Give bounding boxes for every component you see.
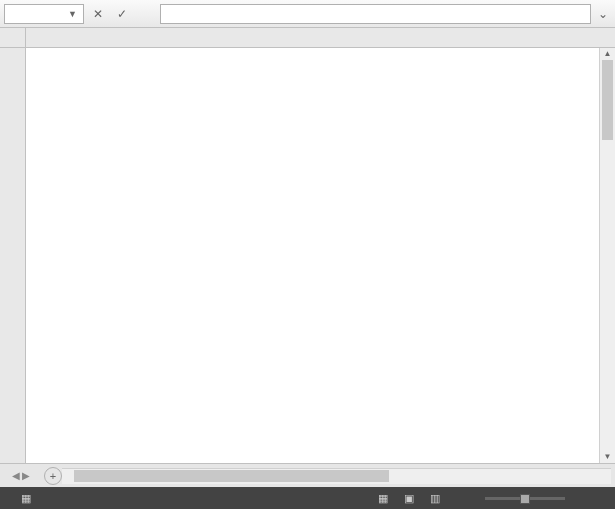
cancel-formula-icon[interactable]: ✕: [88, 4, 108, 24]
accept-formula-icon[interactable]: ✓: [112, 4, 132, 24]
expand-formula-icon[interactable]: ⌄: [595, 7, 611, 21]
formula-input[interactable]: [160, 4, 591, 24]
zoom-slider[interactable]: [485, 497, 565, 500]
tab-prev-icon[interactable]: ◀: [12, 470, 20, 481]
name-box[interactable]: ▼: [4, 4, 84, 24]
add-sheet-button[interactable]: +: [44, 467, 62, 485]
select-all-corner[interactable]: [0, 28, 26, 48]
chevron-down-icon[interactable]: ▼: [68, 9, 77, 19]
sheet-tab-bar: ◀▶ +: [0, 463, 615, 487]
cells-area[interactable]: [26, 48, 615, 463]
tab-next-icon[interactable]: ▶: [22, 470, 30, 481]
vscroll-thumb[interactable]: [602, 60, 613, 140]
view-layout-icon[interactable]: ▣: [401, 492, 417, 505]
view-pagebreak-icon[interactable]: ▥: [427, 492, 443, 505]
vertical-scrollbar[interactable]: ▲ ▼: [599, 48, 615, 463]
tab-nav[interactable]: ◀▶: [4, 470, 38, 481]
hscroll-thumb[interactable]: [74, 470, 389, 482]
fx-icon[interactable]: [136, 4, 156, 24]
scroll-up-icon[interactable]: ▲: [600, 48, 615, 60]
view-normal-icon[interactable]: ▦: [375, 492, 391, 505]
column-headers: [26, 28, 615, 48]
status-bar: ▦ ▦ ▣ ▥: [0, 487, 615, 509]
scroll-down-icon[interactable]: ▼: [600, 451, 615, 463]
row-headers: [0, 48, 26, 463]
macro-record-icon[interactable]: ▦: [18, 492, 34, 505]
formula-bar: ▼ ✕ ✓ ⌄: [0, 0, 615, 28]
spreadsheet-grid: ▲ ▼: [0, 28, 615, 463]
horizontal-scrollbar[interactable]: [62, 468, 611, 484]
